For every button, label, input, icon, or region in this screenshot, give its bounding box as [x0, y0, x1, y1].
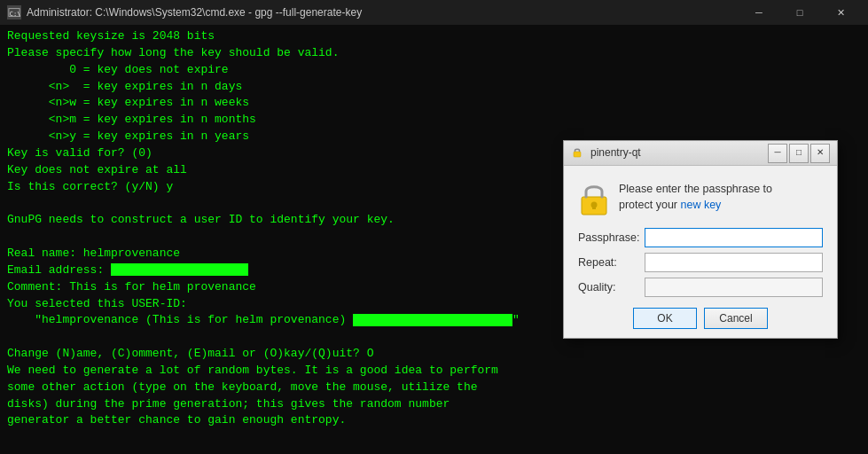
repeat-label: Repeat:	[578, 254, 645, 270]
cmd-content: Requested keysize is 2048 bits Please sp…	[0, 25, 868, 454]
dialog-header-text: Please enter the passphrase to protect y…	[619, 178, 772, 213]
dialog-close-button[interactable]: ✕	[810, 144, 830, 163]
svg-rect-2	[574, 152, 581, 157]
dialog-message-prefix: protect your	[619, 199, 680, 211]
cmd-minimize-button[interactable]: ─	[739, 0, 779, 25]
repeat-input[interactable]	[645, 253, 823, 272]
pinentry-dialog: pinentry-qt ─ □ ✕	[563, 140, 838, 339]
svg-text:C:\: C:\	[10, 11, 20, 18]
cmd-line-20: Change (N)ame, (C)omment, (E)mail or (O)…	[7, 346, 861, 363]
cmd-line-2: Please specify how long the key should b…	[7, 45, 861, 62]
cmd-line-21: We need to generate a lot of random byte…	[7, 363, 861, 380]
dialog-body: Please enter the passphrase to protect y…	[564, 166, 837, 338]
cmd-line-22: some other action (type on the keyboard,…	[7, 380, 861, 396]
dialog-minimize-button[interactable]: ─	[768, 144, 787, 163]
cmd-close-button[interactable]: ✕	[820, 0, 861, 25]
quality-label: Quality:	[578, 279, 645, 295]
quality-bar	[645, 278, 823, 297]
dialog-titlebar: pinentry-qt ─ □ ✕	[564, 141, 837, 166]
cmd-line-3: 0 = key does not expire	[7, 62, 861, 79]
cmd-line-5: <n>w = key expires in n weeks	[7, 95, 861, 112]
svg-rect-5	[592, 205, 596, 209]
passphrase-input[interactable]	[645, 228, 823, 247]
key-redacted	[353, 314, 512, 326]
dialog-maximize-button[interactable]: □	[789, 144, 809, 163]
cmd-line-4: <n> = key expires in n days	[7, 79, 861, 96]
cmd-window: C:\ Administrator: C:\Windows\System32\c…	[0, 0, 868, 454]
cmd-line-1: Requested keysize is 2048 bits	[7, 28, 861, 45]
lock-icon	[578, 180, 610, 217]
cmd-title: Administrator: C:\Windows\System32\cmd.e…	[27, 6, 739, 19]
cmd-window-controls: ─ □ ✕	[739, 0, 861, 25]
dialog-fields: Passphrase: Repeat: Quality:	[578, 228, 823, 297]
cmd-titlebar: C:\ Administrator: C:\Windows\System32\c…	[0, 0, 868, 25]
cmd-icon: C:\	[7, 5, 21, 20]
dialog-header: Please enter the passphrase to protect y…	[578, 178, 823, 217]
cmd-line-23: disks) during the prime generation; this…	[7, 396, 861, 413]
email-redacted	[111, 263, 248, 276]
dialog-new-key-link: new key	[680, 199, 721, 211]
dialog-lock-icon	[571, 146, 585, 160]
cmd-line-6: <n>m = key expires in n months	[7, 112, 861, 129]
cancel-button[interactable]: Cancel	[704, 308, 768, 329]
dialog-title: pinentry-qt	[590, 145, 766, 160]
dialog-buttons: OK Cancel	[578, 308, 823, 329]
ok-button[interactable]: OK	[633, 308, 697, 329]
cmd-line-24: generator a better chance to gain enough…	[7, 412, 861, 429]
cmd-maximize-button[interactable]: □	[779, 0, 820, 25]
dialog-message-line1: Please enter the passphrase to	[619, 183, 772, 195]
passphrase-label: Passphrase:	[578, 230, 645, 246]
